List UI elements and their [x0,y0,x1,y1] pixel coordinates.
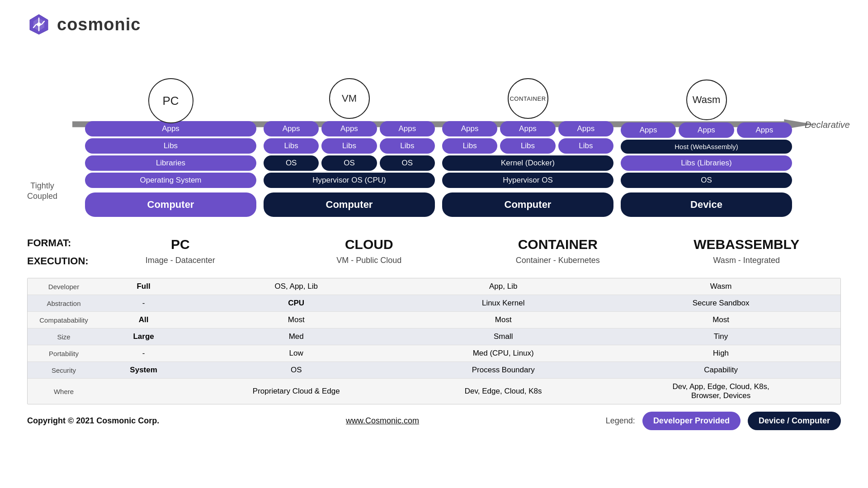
container-app2: Apps [500,121,555,136]
pc-libraries: Libraries [85,155,256,171]
table-row: Abstraction - CPU Linux Kernel Secure Sa… [28,295,840,312]
pc-circle: PC [148,78,193,123]
table-row: Developer Full OS, App, Lib App, Lib Was… [28,278,840,295]
table-row: Where Proprietary Cloud & Edge Dev, Edge… [28,379,840,404]
wasm-column: Wasm Apps Apps Apps Host (WebAssembly) L… [617,84,796,217]
table: Developer Full OS, App, Lib App, Lib Was… [28,278,840,404]
row-size-cloud: Med [187,328,405,345]
container-lib3: Libs [558,138,613,154]
row-compat-cloud: Most [187,312,405,328]
vm-app1: Apps [264,121,319,136]
table-row: Portability - Low Med (CPU, Linux) High [28,345,840,362]
wasm-device: Device [621,192,792,217]
vm-app3: Apps [380,121,435,136]
container-hypervisor: Hypervisor OS [442,173,613,188]
container-app1: Apps [442,121,497,136]
format-container-exec: Container - Kubernetes [467,254,649,267]
format-container-name: CONTAINER [467,234,649,254]
row-security-cloud: OS [187,362,405,379]
container-apps-row: Apps Apps Apps [442,121,613,136]
container-computer: Computer [442,192,613,217]
row-size-pc: Large [100,328,187,345]
row-developer-cloud: OS, App, Lib [187,278,405,295]
row-abstraction-container: Linux Kernel [405,295,601,312]
tightly-coupled-label: TightlyCoupled [27,181,57,202]
row-security-wasm: Capability [601,362,840,379]
pc-stack: Apps Libs Libraries Operating System Com… [85,121,256,217]
vm-os1: OS [264,155,319,171]
row-developer-label: Developer [28,278,100,295]
vm-libs-row: Libs Libs Libs [264,138,435,154]
row-portability-wasm: High [601,345,840,362]
format-wasm-exec: Wasm - Integrated [656,254,838,267]
format-cloud: CLOUD VM - Public Cloud [275,234,464,270]
table-row: Security System OS Process Boundary Capa… [28,362,840,379]
pc-column: PC Apps Libs Libraries Operating System … [81,83,260,217]
container-app3: Apps [558,121,613,136]
format-pc-exec: Image - Datacenter [90,254,271,267]
row-abstraction-label: Abstraction [28,295,100,312]
row-security-pc: System [100,362,187,379]
row-where-wasm: Dev, App, Edge, Cloud, K8s,Browser, Devi… [601,379,840,404]
pc-libs: Libs [85,138,256,154]
format-container: CONTAINER Container - Kubernetes [463,234,652,270]
diagram-columns: PC Apps Libs Libraries Operating System … [81,77,796,217]
row-abstraction-cloud: CPU [187,295,405,312]
row-where-pc [100,379,187,404]
row-security-label: Security [28,362,100,379]
wasm-circle: Wasm [686,80,727,120]
row-size-wasm: Tiny [601,328,840,345]
vm-os2: OS [321,155,377,171]
vm-computer: Computer [264,192,435,217]
legend-label: Legend: [606,416,635,426]
row-security-container: Process Boundary [405,362,601,379]
pc-computer: Computer [85,192,256,217]
row-portability-pc: - [100,345,187,362]
wasm-os: OS [621,173,792,188]
vm-column: VM Apps Apps Apps Libs [260,83,439,217]
container-column: CONTAINER Apps Apps Apps Libs [439,83,617,217]
row-developer-wasm: Wasm [601,278,840,295]
row-developer-pc: Full [100,278,187,295]
header: cosmonic [0,0,868,36]
declarative-label: Declarative [805,120,850,130]
row-portability-container: Med (CPU, Linux) [405,345,601,362]
table-row: Compatabability All Most Most Most [28,312,840,328]
website-link: www.Cosmonic.com [346,416,419,426]
container-lib2: Libs [500,138,555,154]
container-stack: Apps Apps Apps Libs Libs [442,121,613,217]
format-cloud-name: CLOUD [278,234,460,254]
container-circle: CONTAINER [508,78,548,119]
format-pc: PC Image - Datacenter [86,234,275,270]
row-compat-container: Most [405,312,601,328]
vm-stack: Apps Apps Apps Libs Libs [264,121,435,217]
logo-text: cosmonic [57,15,141,34]
row-compat-pc: All [100,312,187,328]
format-cloud-exec: VM - Public Cloud [278,254,460,267]
format-labels: FORMAT: EXECUTION: [27,234,86,270]
row-portability-cloud: Low [187,345,405,362]
format-wasm: WEBASSEMBLY Wasm - Integrated [652,234,841,270]
footer: Copyright © 2021 Cosmonic Corp. www.Cosm… [27,412,841,430]
format-wasm-name: WEBASSEMBLY [656,234,838,254]
row-abstraction-pc: - [100,295,187,312]
legend-device: Device / Computer [748,412,841,430]
vm-lib2: Libs [321,138,377,154]
wasm-app3: Apps [737,122,792,138]
format-label: FORMAT: [27,234,86,252]
wasm-app2: Apps [679,122,734,138]
row-compat-wasm: Most [601,312,840,328]
vm-lib3: Libs [380,138,435,154]
vm-app2: Apps [321,121,377,136]
row-portability-label: Portability [28,345,100,362]
wasm-libs: Libs (Libraries) [621,155,792,171]
execution-label: EXECUTION: [27,252,86,270]
diagram-area: Declarative TightlyCoupled PC Apps Libs … [27,41,841,230]
copyright-text: Copyright © 2021 Cosmonic Corp. [27,416,159,426]
row-where-container: Dev, Edge, Cloud, K8s [405,379,601,404]
comparison-table: Developer Full OS, App, Lib App, Lib Was… [27,278,841,404]
vm-lib1: Libs [264,138,319,154]
wasm-app1: Apps [621,122,676,138]
container-kernel: Kernel (Docker) [442,155,613,171]
pc-os: Operating System [85,173,256,188]
